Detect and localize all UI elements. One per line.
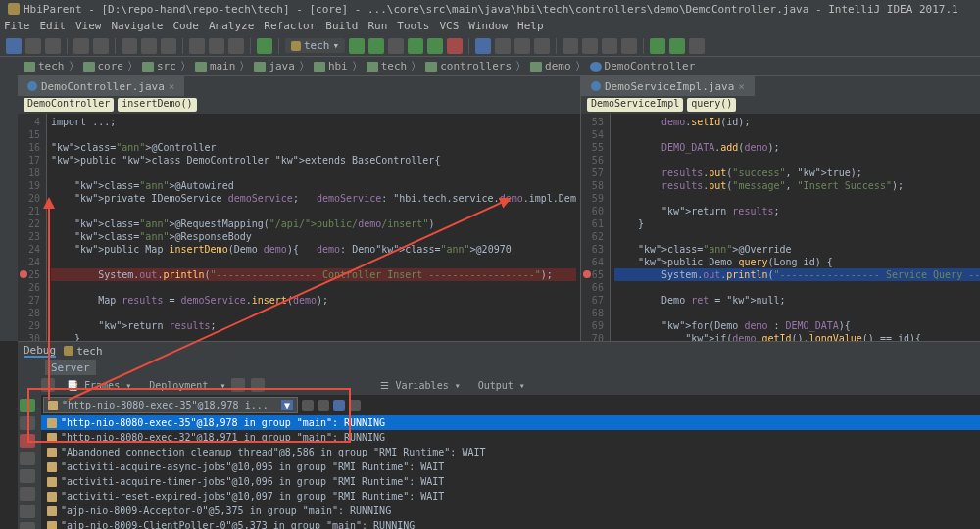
back-icon[interactable]	[209, 38, 224, 54]
prev-frame-icon[interactable]	[302, 400, 314, 411]
debug-tab[interactable]: Debug	[24, 344, 56, 358]
breadcrumb-item[interactable]: src	[142, 60, 176, 72]
redo-icon[interactable]	[93, 38, 109, 54]
code-area-left[interactable]: 415161718192021222324242526272829303132 …	[18, 114, 580, 341]
menu-vcs[interactable]: VCS	[439, 20, 459, 33]
class-crumb[interactable]: DemoController	[24, 98, 114, 112]
thread-row[interactable]: "http-nio-8080-exec-35"@18,978 in group …	[41, 415, 980, 430]
menu-analyze[interactable]: Analyze	[209, 20, 254, 33]
breadcrumb-item[interactable]: main	[195, 60, 236, 72]
sort-icon[interactable]	[349, 400, 361, 411]
run-icon[interactable]	[349, 38, 365, 54]
jrebel-debug-icon[interactable]	[669, 38, 685, 54]
deploy-icon[interactable]	[231, 378, 245, 392]
settings-icon[interactable]	[20, 487, 35, 501]
breadcrumb-item[interactable]: tech	[367, 60, 408, 72]
pause-icon[interactable]	[20, 416, 35, 430]
debug-icon[interactable]	[368, 38, 384, 54]
vcs-commit-icon[interactable]	[495, 38, 511, 54]
copy-icon[interactable]	[141, 38, 157, 54]
code-left[interactable]: import ...;"kw">class="ann">@Controller"…	[47, 114, 580, 341]
vcs-revert-icon[interactable]	[534, 38, 550, 54]
vcs-history-icon[interactable]	[514, 38, 530, 54]
close-icon[interactable]: ×	[169, 80, 175, 93]
chevron-down-icon[interactable]: ▼	[281, 400, 293, 410]
jrebel-run-icon[interactable]	[650, 38, 665, 54]
menu-window[interactable]: Window	[468, 20, 508, 33]
debug-panel: Debug tech Server 📑 Frames ▾ Deployment▾…	[18, 341, 980, 529]
menu-refactor[interactable]: Refactor	[264, 20, 316, 33]
gutter-right[interactable]: 5354555657585960616263646566676869707172	[581, 114, 611, 341]
menu-run[interactable]: Run	[368, 20, 387, 33]
menu-navigate[interactable]: Navigate	[112, 20, 164, 33]
thread-row[interactable]: "activiti-acquire-timer-jobs"@10,096 in …	[41, 474, 980, 489]
deployment-label[interactable]: Deployment	[143, 380, 214, 391]
menu-help[interactable]: Help	[517, 20, 544, 33]
profile-icon[interactable]	[408, 38, 423, 54]
editor-tab[interactable]: DemoController.java ×	[18, 76, 184, 96]
filter-icon[interactable]	[333, 400, 345, 411]
method-crumb[interactable]: insertDemo()	[118, 98, 196, 112]
breadcrumb-item[interactable]: tech	[24, 60, 65, 72]
settings-icon[interactable]	[582, 38, 598, 54]
jrebel-icon[interactable]	[689, 38, 705, 54]
menu-tools[interactable]: Tools	[397, 20, 429, 33]
coverage-icon[interactable]	[388, 38, 404, 54]
forward-icon[interactable]	[228, 38, 244, 54]
next-frame-icon[interactable]	[318, 400, 329, 411]
thread-row[interactable]: "ajp-nio-8009-Acceptor-0"@5,375 in group…	[41, 504, 980, 518]
build-icon[interactable]	[257, 38, 272, 54]
thread-row[interactable]: "ajp-nio-8009-ClientPoller-0"@5,373 in g…	[41, 518, 980, 529]
debug-toolbar: 📑 Frames ▾ Deployment▾ ☰ Variables ▾ Out…	[18, 375, 980, 395]
breadcrumb-item[interactable]: DemoController	[590, 60, 696, 72]
frames-label[interactable]: 📑 Frames ▾	[61, 380, 137, 391]
menu-view[interactable]: View	[75, 20, 102, 33]
menu-file[interactable]: File	[4, 20, 30, 33]
thread-row[interactable]: "activiti-acquire-async-jobs"@10,095 in …	[41, 459, 980, 474]
menu-edit[interactable]: Edit	[40, 20, 67, 33]
paste-icon[interactable]	[161, 38, 176, 54]
breakpoints-icon[interactable]	[20, 452, 35, 465]
gutter-left[interactable]: 415161718192021222324242526272829303132	[18, 114, 47, 341]
thread-row[interactable]: "activiti-reset-expired-jobs"@10,097 in …	[41, 489, 980, 504]
undo-icon[interactable]	[74, 38, 89, 54]
rerun-icon[interactable]	[427, 38, 443, 54]
cut-icon[interactable]	[122, 38, 137, 54]
pin-icon[interactable]	[20, 505, 35, 518]
output-label[interactable]: Output ▾	[472, 380, 531, 391]
vcs-update-icon[interactable]	[475, 38, 491, 54]
thread-selector[interactable]: "http-nio-8080-exec-35"@18,978 i... ▼	[43, 397, 298, 413]
mute-icon[interactable]	[20, 469, 35, 483]
server-tab[interactable]: Server	[45, 360, 96, 375]
code-right[interactable]: demo.setId(id); DEMO_DATA.add(demo); res…	[611, 114, 980, 341]
breadcrumb-item[interactable]: core	[83, 60, 124, 72]
code-area-right[interactable]: 5354555657585960616263646566676869707172…	[581, 114, 980, 341]
breadcrumb-item[interactable]: java	[254, 60, 295, 72]
restore-layout-icon[interactable]	[41, 378, 55, 392]
breadcrumb-item[interactable]: hbi	[314, 60, 348, 72]
method-crumb[interactable]: query()	[687, 98, 736, 112]
breadcrumb-item[interactable]: demo	[530, 60, 571, 72]
structure-icon[interactable]	[563, 38, 578, 54]
thread-row[interactable]: "Abandoned connection cleanup thread"@8,…	[41, 445, 980, 459]
open-icon[interactable]	[6, 38, 22, 54]
resume-icon[interactable]	[20, 399, 35, 412]
refresh-icon[interactable]	[45, 38, 61, 54]
stop-icon[interactable]	[20, 434, 35, 448]
thread-row[interactable]: "http-nio-8080-exec-32"@18,971 in group …	[41, 430, 980, 445]
close-icon[interactable]	[20, 522, 35, 529]
menu-code[interactable]: Code	[172, 20, 199, 33]
help-icon[interactable]	[621, 38, 637, 54]
class-crumb[interactable]: DemoServiceImpl	[587, 98, 683, 112]
editor-tab[interactable]: DemoServiceImpl.java ×	[581, 76, 755, 96]
deploy2-icon[interactable]	[251, 378, 265, 392]
run-configuration-selector[interactable]: tech ▾	[285, 38, 345, 53]
variables-label[interactable]: ☰ Variables ▾	[374, 380, 466, 391]
breadcrumb-item[interactable]: controllers	[425, 60, 512, 72]
save-icon[interactable]	[25, 38, 41, 54]
find-icon[interactable]	[189, 38, 205, 54]
menu-build[interactable]: Build	[325, 20, 358, 33]
sdk-icon[interactable]	[602, 38, 617, 54]
stop-icon[interactable]	[447, 38, 463, 54]
close-icon[interactable]: ×	[738, 80, 745, 93]
